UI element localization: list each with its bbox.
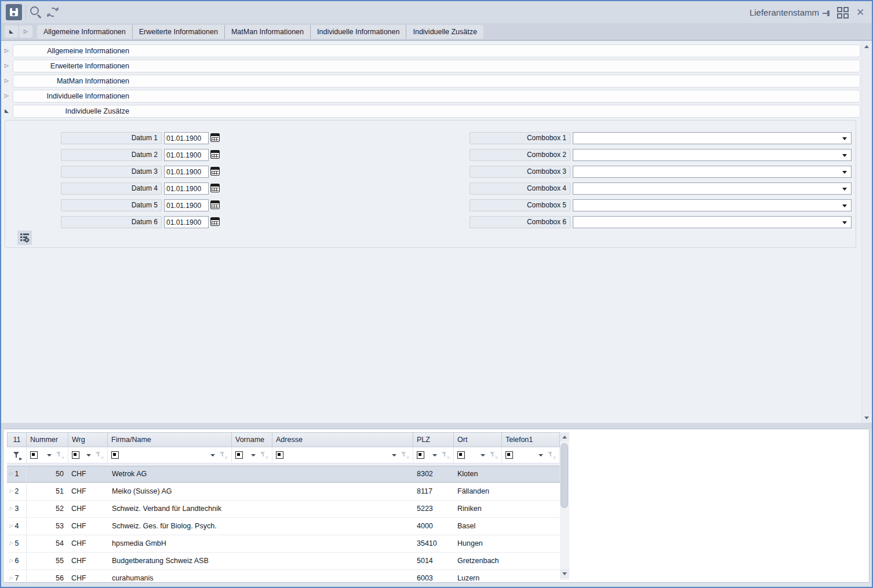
clear-filter-icon[interactable] <box>548 451 556 459</box>
expand-collapsed-icon[interactable]: ▷ <box>5 77 9 84</box>
row-header-cell[interactable]: ▷6 <box>7 553 27 569</box>
accordion-section[interactable]: ▷ ◣ Erweiterte Informationen <box>1 60 860 72</box>
filter-condition-icon[interactable] <box>235 451 243 459</box>
filter-condition-icon[interactable] <box>505 451 513 459</box>
filter-dropdown-icon[interactable] <box>392 454 397 456</box>
search-icon[interactable] <box>29 5 43 20</box>
filter-dropdown-icon[interactable] <box>481 454 485 456</box>
grid-column-header[interactable]: Telefon1 <box>502 432 560 447</box>
grid-vertical-scrollbar[interactable] <box>560 432 569 580</box>
clear-filter-icon[interactable] <box>260 451 268 459</box>
row-header-cell[interactable]: ▷5 <box>7 535 27 552</box>
row-header-cell[interactable]: ▷1 <box>7 466 27 483</box>
tab-scroll-left-button[interactable]: ◣ <box>5 25 18 38</box>
tab-item[interactable]: Individuelle Zusätze <box>406 25 483 39</box>
accordion-header-bar[interactable]: Individuelle Zusätze <box>13 105 860 118</box>
accordion-header-bar[interactable]: MatMan Informationen <box>13 75 860 87</box>
filter-dropdown-icon[interactable] <box>251 454 256 456</box>
row-header-cell[interactable]: ▷7 <box>7 570 27 583</box>
combobox[interactable] <box>573 132 852 144</box>
table-row[interactable]: ▷6 55 CHF Budgetberatung Schweiz ASB 501… <box>7 553 560 570</box>
expand-collapsed-icon[interactable]: ▷ <box>5 92 9 99</box>
grid-column-header[interactable]: Adresse <box>272 432 413 447</box>
accordion-section[interactable]: ▷ ◣ MatMan Informationen <box>1 75 860 87</box>
cell-nummer: 56 <box>27 570 64 583</box>
filter-dropdown-icon[interactable] <box>86 454 91 456</box>
filter-cell <box>502 447 560 463</box>
clear-filter-icon[interactable] <box>56 451 64 459</box>
filter-dropdown-icon[interactable] <box>539 454 543 456</box>
grid-column-header[interactable]: Wrg <box>68 432 108 447</box>
combobox[interactable] <box>573 166 852 178</box>
row-header-cell[interactable]: ▷3 <box>7 501 27 517</box>
filter-dropdown-icon[interactable] <box>432 454 437 456</box>
close-icon[interactable]: ✕ <box>853 3 867 21</box>
row-header-cell[interactable]: ▷2 <box>7 483 27 500</box>
accordion-header-bar[interactable]: Erweiterte Informationen <box>13 60 860 72</box>
table-row[interactable]: ▷4 53 CHF Schweiz. Ges. für Biolog. Psyc… <box>7 518 560 535</box>
filter-dropdown-icon[interactable] <box>47 454 52 456</box>
clear-filter-icon[interactable] <box>490 451 498 459</box>
filter-condition-icon[interactable] <box>417 451 424 459</box>
accordion: ▷ ◣ Allgemeine Informationen ▷ ◣ Erweite… <box>1 45 860 120</box>
grid-scroll-down-button[interactable] <box>560 569 569 578</box>
table-row[interactable]: ▷3 52 CHF Schweiz. Verband für Landtechn… <box>7 501 560 518</box>
filter-condition-icon[interactable] <box>111 451 119 459</box>
expand-collapsed-icon[interactable]: ▷ <box>5 47 9 54</box>
layout-grid-icon[interactable] <box>837 7 849 19</box>
grid-column-header[interactable]: Vorname <box>232 432 272 447</box>
grid-body: ▷1 50 CHF Wetrok AG 8302 Kloten ▷2 51 CH… <box>7 466 560 583</box>
tab-item[interactable]: MatMan Informationen <box>225 25 311 39</box>
tab-item[interactable]: Individuelle Informationen <box>311 25 406 39</box>
supplier-grid-panel: 11 Nummer Wrg Firma/Name Vorname Adresse… <box>3 429 870 583</box>
filter-condition-icon[interactable] <box>457 451 465 459</box>
grid-column-header[interactable]: PLZ <box>413 432 454 447</box>
table-row[interactable]: ▷2 51 CHF Meiko (Suisse) AG 8117 Fälland… <box>7 483 560 501</box>
filter-condition-icon[interactable] <box>30 451 38 459</box>
cell-plz: 8117 <box>417 483 452 499</box>
combo-field-row: Combobox 1 <box>5 132 856 144</box>
table-row[interactable]: ▷7 56 CHF curahumanis 6003 Luzern <box>7 570 560 583</box>
grid-settings-button[interactable] <box>17 231 32 245</box>
grid-scrollbar-thumb[interactable] <box>561 443 568 508</box>
combobox[interactable] <box>573 149 852 161</box>
filter-condition-icon[interactable] <box>72 451 79 459</box>
table-row[interactable]: ▷1 50 CHF Wetrok AG 8302 Kloten <box>7 466 560 483</box>
accordion-header-bar[interactable]: Allgemeine Informationen <box>13 45 860 57</box>
pin-icon[interactable] <box>823 10 831 17</box>
accordion-header-bar[interactable]: Individuelle Informationen <box>13 90 860 103</box>
combobox[interactable] <box>573 199 852 211</box>
expand-expanded-icon[interactable]: ◣ <box>5 107 9 114</box>
expand-collapsed-icon[interactable]: ▷ <box>5 62 9 69</box>
main-vertical-scrollbar[interactable] <box>861 41 871 423</box>
clear-filter-icon[interactable] <box>401 451 409 459</box>
tab-item[interactable]: Allgemeine Informationen <box>37 25 133 39</box>
grid-column-header[interactable]: Nummer <box>27 432 68 447</box>
tab-item[interactable]: Erweiterte Informationen <box>133 25 225 39</box>
row-header-cell[interactable]: ▷4 <box>7 518 27 535</box>
clear-filter-icon[interactable] <box>96 451 104 459</box>
scroll-down-button[interactable] <box>862 413 871 422</box>
refresh-icon[interactable] <box>46 6 59 19</box>
cell-wrg: CHF <box>71 553 86 569</box>
cell-firma-name: curahumanis <box>112 570 231 583</box>
grid-column-header[interactable]: Ort <box>454 432 502 447</box>
grid-column-header[interactable]: Firma/Name <box>108 432 232 447</box>
table-row[interactable]: ▷5 54 CHF hpsmedia GmbH 35410 Hungen <box>7 535 560 553</box>
accordion-section[interactable]: ▷ ◣ Individuelle Informationen <box>1 90 860 103</box>
cell-nummer: 53 <box>27 518 64 534</box>
accordion-section[interactable]: ▷ ◣ Individuelle Zusätze <box>1 105 860 118</box>
filter-dropdown-icon[interactable] <box>210 454 215 456</box>
clear-filter-icon[interactable] <box>442 451 450 459</box>
scroll-up-button[interactable] <box>862 42 871 51</box>
filter-condition-icon[interactable] <box>276 451 283 459</box>
combobox[interactable] <box>573 216 852 228</box>
save-button[interactable] <box>6 4 22 20</box>
combobox[interactable] <box>573 182 852 195</box>
filter-funnel-play-icon[interactable] <box>13 451 21 459</box>
horizontal-splitter[interactable] <box>1 423 872 429</box>
accordion-section[interactable]: ▷ ◣ Allgemeine Informationen <box>1 45 860 57</box>
clear-filter-icon[interactable] <box>220 451 228 459</box>
tab-scroll-right-button[interactable]: ▷ <box>19 25 32 38</box>
grid-scroll-up-button[interactable] <box>560 432 569 441</box>
